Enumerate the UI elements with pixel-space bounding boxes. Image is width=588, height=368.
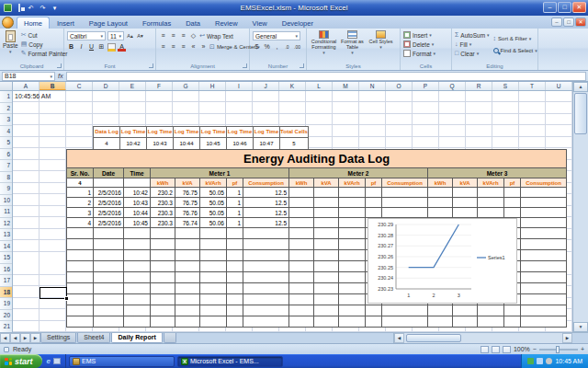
fill-button[interactable]: ↓Fill▾ — [455, 40, 490, 49]
row-header-4[interactable]: 4 — [0, 126, 12, 138]
macro-record-icon[interactable] — [4, 347, 9, 352]
main-table-cell[interactable] — [124, 250, 151, 261]
minimize-button[interactable]: – — [543, 2, 557, 13]
main-table-cell[interactable] — [94, 294, 124, 305]
column-header-P[interactable]: P — [413, 82, 439, 90]
main-table-cell[interactable] — [94, 283, 124, 294]
main-table-cell[interactable] — [94, 261, 124, 272]
number-dialog-launcher[interactable] — [300, 63, 304, 68]
log-table-header-cell[interactable]: Log Time — [227, 126, 254, 138]
view-normal-icon[interactable] — [481, 346, 489, 353]
main-table-cell[interactable] — [124, 294, 151, 305]
main-table-cell[interactable] — [67, 272, 94, 283]
find-select-button[interactable]: Find & Select▾ — [493, 46, 537, 55]
embedded-chart[interactable]: 230.29230.28230.27230.26230.25230.24230.… — [368, 218, 517, 304]
main-table-cell[interactable] — [382, 188, 428, 198]
row-header-6[interactable]: 6 — [0, 149, 12, 161]
main-table-cell[interactable] — [339, 208, 366, 218]
main-table-cell[interactable] — [243, 272, 289, 283]
insert-function-icon[interactable]: fx — [58, 72, 63, 80]
row-header-14[interactable]: 14 — [0, 241, 12, 253]
main-table-cell[interactable] — [175, 283, 200, 294]
main-table-cell[interactable] — [200, 250, 227, 261]
main-table-cell[interactable] — [200, 316, 227, 328]
main-table-cell[interactable]: 12.5 — [243, 208, 289, 218]
main-table-cell[interactable] — [227, 272, 243, 283]
main-table-cell[interactable] — [366, 305, 382, 316]
main-table-cell[interactable] — [314, 218, 339, 228]
maximize-button[interactable]: □ — [558, 2, 571, 13]
row-header-8[interactable]: 8 — [0, 172, 12, 184]
main-table-cell[interactable]: 1 — [227, 188, 243, 198]
main-table-cell[interactable] — [124, 272, 151, 283]
main-table-header-sr-no-[interactable]: Sr. No. — [67, 168, 94, 178]
main-table-cell[interactable]: 10:45 — [124, 218, 151, 228]
main-table-cell[interactable] — [314, 228, 339, 239]
sheet-grid[interactable]: 10:45:56 AM Data LogLog TimeLog TimeLog … — [13, 91, 572, 332]
horizontal-scrollbar[interactable]: ◀ ▶ — [393, 333, 572, 343]
main-table-subheader-pf[interactable]: pf — [227, 178, 243, 188]
zoom-slider[interactable] — [539, 349, 578, 351]
main-table-cell[interactable] — [289, 228, 314, 239]
grow-font-button[interactable]: A▴ — [126, 31, 134, 40]
log-table-value-cell[interactable]: 10:46 — [227, 138, 254, 150]
main-table-cell[interactable] — [124, 305, 151, 316]
main-table-cell[interactable]: 1 — [227, 218, 243, 228]
log-table-value-cell[interactable]: 4 — [94, 138, 120, 150]
sheet-tab-settings[interactable]: Settings — [40, 333, 76, 343]
main-table-cell[interactable] — [314, 188, 339, 198]
main-table-subheader-kva[interactable]: kVA — [175, 178, 200, 188]
main-table-cell[interactable]: 10:44 — [124, 208, 151, 218]
view-page-layout-icon[interactable] — [492, 346, 500, 353]
main-table-cell[interactable] — [339, 261, 366, 272]
log-table-header-cell[interactable]: Total Cells — [280, 126, 309, 138]
row-header-9[interactable]: 9 — [0, 183, 12, 195]
cell-styles-button[interactable]: Cell Styles▾ — [367, 30, 395, 55]
main-table-cell[interactable] — [521, 316, 567, 328]
main-table-cell[interactable]: 2/5/2016 — [94, 208, 124, 218]
main-table-cell[interactable] — [243, 239, 289, 250]
ribbon-tab-insert[interactable]: Insert — [50, 17, 82, 29]
close-button[interactable]: ✕ — [572, 2, 586, 13]
main-table-cell[interactable] — [243, 316, 289, 328]
sheet-tab-daily-report[interactable]: Daily Report — [111, 333, 162, 343]
main-table-cell[interactable] — [521, 272, 567, 283]
active-cell-selection[interactable] — [40, 287, 67, 300]
main-table-cell[interactable] — [175, 294, 200, 305]
main-table-cell[interactable] — [243, 294, 289, 305]
log-table-value-cell[interactable]: 5 — [280, 138, 309, 150]
row-header-21[interactable]: 21 — [0, 321, 12, 332]
main-table-cell[interactable] — [175, 261, 200, 272]
formula-input[interactable] — [66, 72, 586, 81]
main-table-cell[interactable] — [382, 208, 428, 218]
decrease-indent-button[interactable]: « — [189, 42, 198, 52]
main-table-cell[interactable] — [382, 198, 428, 208]
delete-cells-button[interactable]: Delete▾ — [403, 40, 448, 49]
zoom-slider-knob[interactable] — [556, 346, 560, 353]
align-right-button[interactable]: ≡ — [179, 42, 187, 52]
main-table-count-cell[interactable]: 4 — [67, 178, 94, 188]
main-table-cell[interactable] — [94, 228, 124, 239]
main-table-cell[interactable]: 50.06 — [200, 218, 227, 228]
main-table-subheader-cell[interactable] — [124, 178, 151, 188]
main-table-subheader-kwh[interactable]: kWh — [428, 178, 453, 188]
main-table-cell[interactable] — [314, 261, 339, 272]
main-table-cell[interactable] — [453, 208, 478, 218]
ribbon-tab-formulas[interactable]: Formulas — [135, 17, 178, 29]
main-table-cell[interactable] — [124, 261, 151, 272]
main-table-cell[interactable] — [478, 198, 504, 208]
main-table-cell[interactable] — [289, 188, 314, 198]
main-table-cell[interactable] — [339, 294, 366, 305]
font-size-combo[interactable]: 11▾ — [107, 31, 124, 40]
main-table-cell[interactable] — [521, 208, 567, 218]
main-table-cell[interactable]: 2 — [67, 198, 94, 208]
vertical-scroll-thumb[interactable] — [574, 93, 587, 134]
tab-nav-last-icon[interactable]: ▶ — [30, 333, 40, 343]
main-table-cell[interactable] — [124, 239, 151, 250]
column-header-B[interactable]: B — [40, 82, 66, 90]
copy-button[interactable]: ▤Copy — [21, 40, 68, 49]
row-header-10[interactable]: 10 — [0, 195, 12, 207]
main-table-cell[interactable] — [428, 188, 453, 198]
main-table-cell[interactable] — [243, 261, 289, 272]
main-table-cell[interactable] — [521, 283, 567, 294]
